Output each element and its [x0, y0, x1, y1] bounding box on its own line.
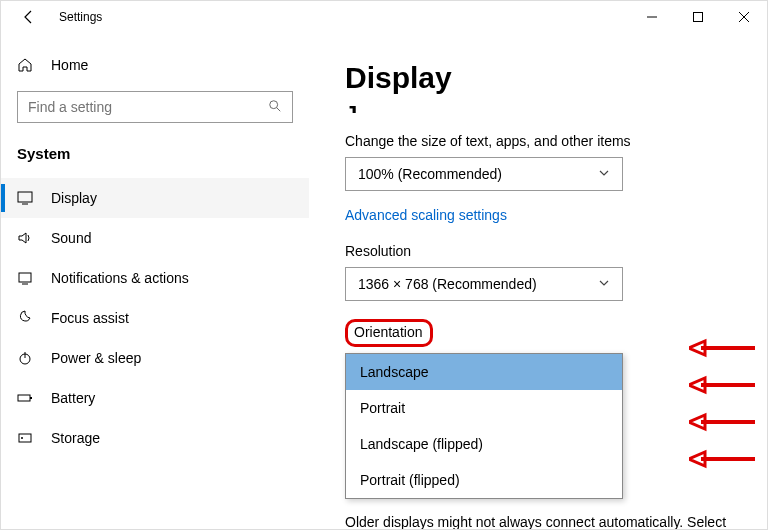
- resolution-dropdown[interactable]: 1366 × 768 (Recommended): [345, 267, 623, 301]
- page-title: Display: [345, 61, 747, 95]
- svg-rect-2: [18, 192, 32, 202]
- svg-point-8: [21, 437, 23, 439]
- nav-label: Sound: [51, 230, 91, 246]
- annotation-arrow-3: [689, 411, 759, 433]
- window-controls: [629, 1, 767, 33]
- sidebar-item-power-sleep[interactable]: Power & sleep: [1, 338, 309, 378]
- resolution-label: Resolution: [345, 243, 747, 259]
- sidebar-item-storage[interactable]: Storage: [1, 418, 309, 458]
- titlebar: Settings: [1, 1, 767, 33]
- focus-assist-icon: [17, 310, 33, 326]
- svg-point-1: [270, 100, 278, 108]
- sidebar-item-battery[interactable]: Battery: [1, 378, 309, 418]
- orientation-option-landscape-flipped[interactable]: Landscape (flipped): [346, 426, 622, 462]
- svg-rect-5: [18, 395, 30, 401]
- scale-dropdown[interactable]: 100% (Recommended): [345, 157, 623, 191]
- chevron-down-icon: [598, 167, 610, 182]
- svg-rect-7: [19, 434, 31, 442]
- sidebar-item-display[interactable]: Display: [1, 178, 309, 218]
- sidebar-item-notifications[interactable]: Notifications & actions: [1, 258, 309, 298]
- notifications-icon: [17, 270, 33, 286]
- nav-label: Power & sleep: [51, 350, 141, 366]
- back-button[interactable]: [9, 1, 49, 33]
- home-link[interactable]: Home: [1, 49, 309, 81]
- annotation-arrow-1: [689, 337, 759, 359]
- svg-rect-6: [30, 397, 32, 399]
- maximize-button[interactable]: [675, 1, 721, 33]
- sidebar-item-sound[interactable]: Sound: [1, 218, 309, 258]
- main-panel: Display J Change the size of text, apps,…: [309, 33, 767, 529]
- chevron-down-icon: [598, 277, 610, 292]
- orientation-label-annotated: Orientation: [345, 319, 433, 347]
- search-input[interactable]: [17, 91, 293, 123]
- annotation-arrow-4: [689, 448, 759, 470]
- nav-label: Storage: [51, 430, 100, 446]
- nav-label: Battery: [51, 390, 95, 406]
- window-title: Settings: [59, 10, 102, 24]
- search-icon: [268, 99, 282, 116]
- display-icon: [17, 190, 33, 206]
- storage-icon: [17, 430, 33, 446]
- power-icon: [17, 350, 33, 366]
- orientation-option-portrait[interactable]: Portrait: [346, 390, 622, 426]
- sound-icon: [17, 230, 33, 246]
- svg-rect-0: [694, 13, 703, 22]
- section-label: System: [1, 135, 309, 178]
- battery-icon: [17, 390, 33, 406]
- scale-value: 100% (Recommended): [358, 166, 502, 182]
- sidebar: Home System Display Sound Notification: [1, 33, 309, 529]
- home-label: Home: [51, 57, 88, 73]
- minimize-button[interactable]: [629, 1, 675, 33]
- home-icon: [17, 57, 33, 73]
- search-field[interactable]: [28, 99, 268, 115]
- cropped-heading: J: [345, 101, 747, 113]
- nav-label: Notifications & actions: [51, 270, 189, 286]
- orientation-option-portrait-flipped[interactable]: Portrait (flipped): [346, 462, 622, 498]
- resolution-value: 1366 × 768 (Recommended): [358, 276, 537, 292]
- orientation-option-landscape[interactable]: Landscape: [346, 354, 622, 390]
- svg-rect-3: [19, 273, 31, 282]
- advanced-scaling-link[interactable]: Advanced scaling settings: [345, 207, 507, 223]
- footer-text: Older displays might not always connect …: [345, 513, 747, 529]
- scale-label: Change the size of text, apps, and other…: [345, 133, 747, 149]
- nav-label: Display: [51, 190, 97, 206]
- orientation-label: Orientation: [354, 324, 422, 340]
- nav-label: Focus assist: [51, 310, 129, 326]
- close-button[interactable]: [721, 1, 767, 33]
- sidebar-item-focus-assist[interactable]: Focus assist: [1, 298, 309, 338]
- orientation-options-list: Landscape Portrait Landscape (flipped) P…: [345, 353, 623, 499]
- annotation-arrow-2: [689, 374, 759, 396]
